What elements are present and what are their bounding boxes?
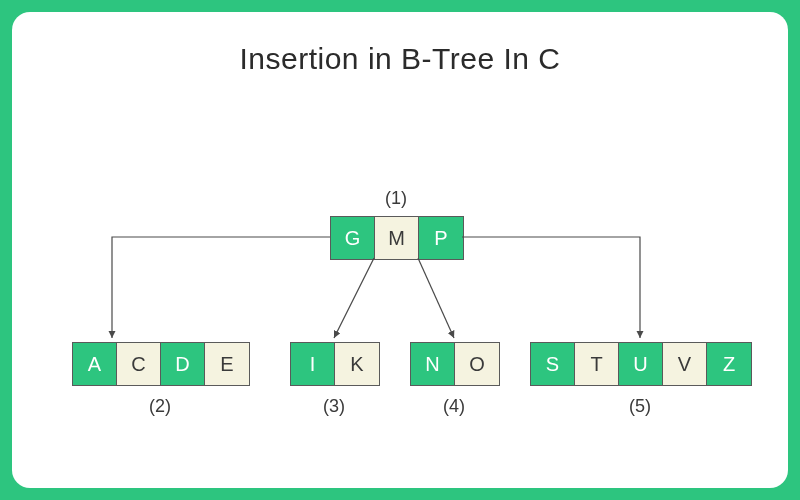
btree-leaf-1: A C D E bbox=[72, 342, 250, 386]
key-cell: K bbox=[335, 343, 379, 385]
key-cell: V bbox=[663, 343, 707, 385]
btree-leaf-2: I K bbox=[290, 342, 380, 386]
node-label-2: (2) bbox=[140, 396, 180, 417]
key-cell: O bbox=[455, 343, 499, 385]
key-cell: N bbox=[411, 343, 455, 385]
node-label-4: (4) bbox=[434, 396, 474, 417]
key-cell: I bbox=[291, 343, 335, 385]
node-label-5: (5) bbox=[620, 396, 660, 417]
key-cell: P bbox=[419, 217, 463, 259]
key-cell: Z bbox=[707, 343, 751, 385]
key-cell: U bbox=[619, 343, 663, 385]
key-cell: C bbox=[117, 343, 161, 385]
btree-root-node: G M P bbox=[330, 216, 464, 260]
key-cell: G bbox=[331, 217, 375, 259]
svg-line-0 bbox=[334, 258, 374, 338]
key-cell: T bbox=[575, 343, 619, 385]
node-label-1: (1) bbox=[376, 188, 416, 209]
key-cell: A bbox=[73, 343, 117, 385]
btree-leaf-3: N O bbox=[410, 342, 500, 386]
key-cell: S bbox=[531, 343, 575, 385]
page-title: Insertion in B-Tree In C bbox=[12, 42, 788, 76]
node-label-3: (3) bbox=[314, 396, 354, 417]
diagram-canvas: Insertion in B-Tree In C (1) G M P A C D… bbox=[12, 12, 788, 488]
btree-leaf-4: S T U V Z bbox=[530, 342, 752, 386]
key-cell: M bbox=[375, 217, 419, 259]
svg-line-1 bbox=[418, 258, 454, 338]
key-cell: E bbox=[205, 343, 249, 385]
key-cell: D bbox=[161, 343, 205, 385]
